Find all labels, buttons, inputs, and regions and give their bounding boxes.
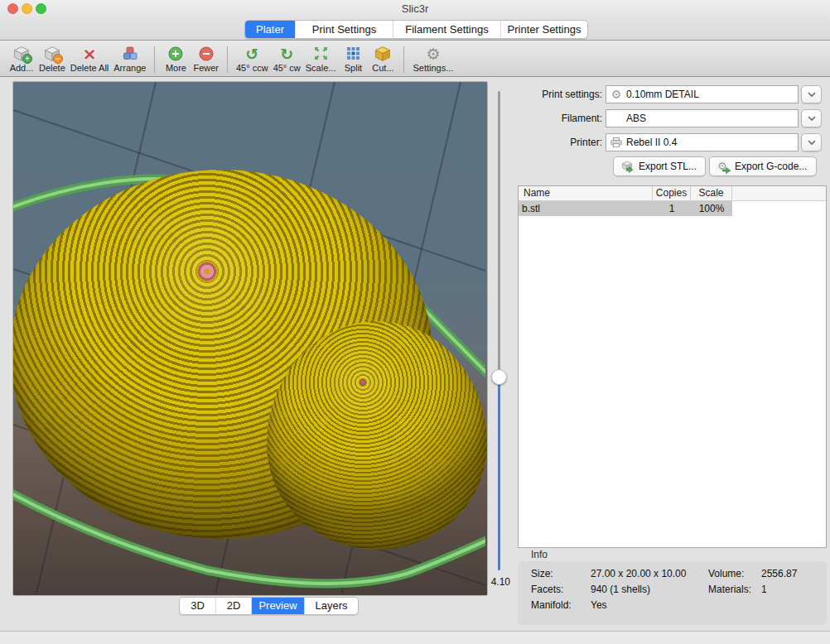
export-stl-button[interactable]: Export STL... bbox=[613, 156, 706, 176]
layer-slider-track-filled[interactable] bbox=[498, 377, 500, 570]
facets-value: 940 (1 shells) bbox=[591, 584, 650, 595]
manifold-label: Manifold: bbox=[531, 599, 572, 611]
delete-all-icon: × bbox=[83, 44, 97, 63]
print-settings-label: Print settings: bbox=[518, 85, 602, 103]
slic3r-window: Slic3r Plater Print Settings Filament Se… bbox=[0, 0, 830, 644]
statusbar bbox=[0, 632, 830, 644]
title-bar: Slic3r bbox=[0, 0, 830, 17]
volume-value: 2556.87 bbox=[761, 568, 797, 579]
toolbar-separator bbox=[154, 46, 155, 73]
printer-label: Printer: bbox=[518, 133, 602, 151]
rotate-ccw-button[interactable]: ↺ 45° ccw bbox=[236, 44, 268, 74]
chevron-down-icon bbox=[808, 92, 816, 98]
chevron-down-icon bbox=[808, 140, 816, 146]
info-section-title: Info bbox=[531, 549, 548, 560]
rotate-cw-icon: ↻ bbox=[280, 44, 293, 63]
split-button[interactable]: Split bbox=[340, 44, 365, 74]
rotate-ccw-icon: ↺ bbox=[245, 44, 258, 63]
cell-copies: 1 bbox=[653, 201, 691, 216]
gear-icon: ⚙ bbox=[606, 88, 626, 101]
tab-layers[interactable]: Layers bbox=[305, 598, 358, 614]
tab-3d[interactable]: 3D bbox=[180, 598, 216, 614]
cell-name: b.stl bbox=[519, 201, 653, 216]
tab-plater[interactable]: Plater bbox=[245, 21, 296, 38]
column-header-scale[interactable]: Scale bbox=[691, 186, 732, 200]
manifold-value: Yes bbox=[591, 599, 607, 611]
table-row-selected[interactable]: b.stl 1 100% bbox=[519, 201, 732, 216]
info-box: Size: 27.00 x 20.00 x 10.00 Volume: 2556… bbox=[518, 561, 827, 625]
volume-label: Volume: bbox=[708, 568, 744, 579]
plater-3d-viewport[interactable] bbox=[12, 81, 488, 596]
model-large-dome-apex bbox=[195, 259, 220, 284]
export-gcode-button[interactable]: ⚙ Export G-code... bbox=[709, 156, 817, 176]
settings-tab-row: Plater Print Settings Filament Settings … bbox=[0, 17, 830, 40]
settings-button[interactable]: ⚙ Settings... bbox=[413, 44, 453, 74]
toolbar: + Add... − Delete × Delete All Arrang bbox=[0, 40, 830, 77]
tab-filament-settings[interactable]: Filament Settings bbox=[393, 21, 501, 38]
window-title: Slic3r bbox=[0, 0, 830, 17]
column-header-name[interactable]: Name bbox=[519, 186, 653, 200]
rotate-cw-button[interactable]: ↻ 45° cw bbox=[273, 44, 301, 74]
materials-value: 1 bbox=[761, 584, 767, 595]
printer-icon bbox=[606, 137, 626, 147]
filament-combo[interactable]: ABS bbox=[606, 109, 799, 127]
chevron-down-icon bbox=[808, 116, 816, 122]
export-stl-icon bbox=[621, 161, 634, 173]
view-mode-tabs: 3D 2D Preview Layers bbox=[179, 597, 359, 615]
settings-tabs: Plater Print Settings Filament Settings … bbox=[244, 20, 588, 39]
scale-icon bbox=[314, 44, 328, 63]
delete-all-button[interactable]: × Delete All bbox=[70, 44, 109, 74]
tab-print-settings[interactable]: Print Settings bbox=[296, 21, 393, 38]
split-icon bbox=[346, 44, 360, 63]
tab-2d[interactable]: 2D bbox=[216, 598, 252, 614]
gear-icon: ⚙ bbox=[426, 44, 440, 63]
object-list-table[interactable]: Name Copies Scale b.stl 1 100% bbox=[518, 185, 827, 548]
fewer-icon bbox=[199, 44, 214, 63]
print-settings-combo[interactable]: ⚙ 0.10mm DETAIL bbox=[606, 85, 799, 103]
size-value: 27.00 x 20.00 x 10.00 bbox=[591, 568, 686, 579]
facets-label: Facets: bbox=[531, 584, 563, 595]
fewer-button[interactable]: Fewer bbox=[193, 44, 219, 74]
cut-icon bbox=[374, 44, 391, 63]
tab-printer-settings[interactable]: Printer Settings bbox=[501, 21, 587, 38]
model-small-dome-apex bbox=[359, 378, 367, 387]
size-label: Size: bbox=[531, 568, 553, 579]
column-header-copies[interactable]: Copies bbox=[653, 186, 691, 200]
print-settings-dropdown-button[interactable] bbox=[801, 85, 822, 103]
layer-slider-value: 4.10 bbox=[484, 576, 510, 588]
toolbar-separator bbox=[227, 46, 228, 73]
layer-slider-thumb[interactable] bbox=[491, 369, 507, 385]
toolbar-separator bbox=[403, 46, 404, 73]
object-list-header: Name Copies Scale bbox=[519, 186, 826, 201]
arrange-button[interactable]: Arrange bbox=[113, 44, 146, 74]
add-button[interactable]: + Add... bbox=[9, 44, 34, 74]
filament-label: Filament: bbox=[518, 109, 602, 127]
delete-icon: − bbox=[44, 44, 60, 63]
export-gcode-icon: ⚙ bbox=[717, 161, 730, 173]
scale-button[interactable]: Scale... bbox=[306, 44, 336, 74]
more-icon bbox=[168, 44, 183, 63]
cut-button[interactable]: Cut... bbox=[370, 44, 395, 74]
cell-scale: 100% bbox=[691, 201, 732, 216]
materials-label: Materials: bbox=[708, 584, 751, 595]
printer-dropdown-button[interactable] bbox=[801, 133, 822, 151]
add-icon: + bbox=[13, 44, 30, 63]
arrange-icon bbox=[122, 44, 138, 63]
tab-preview[interactable]: Preview bbox=[252, 598, 305, 614]
more-button[interactable]: More bbox=[163, 44, 188, 74]
delete-button[interactable]: − Delete bbox=[39, 44, 65, 74]
filament-dropdown-button[interactable] bbox=[801, 109, 822, 127]
layer-slider-track[interactable] bbox=[498, 91, 500, 377]
printer-combo[interactable]: Rebel II 0.4 bbox=[606, 133, 799, 151]
